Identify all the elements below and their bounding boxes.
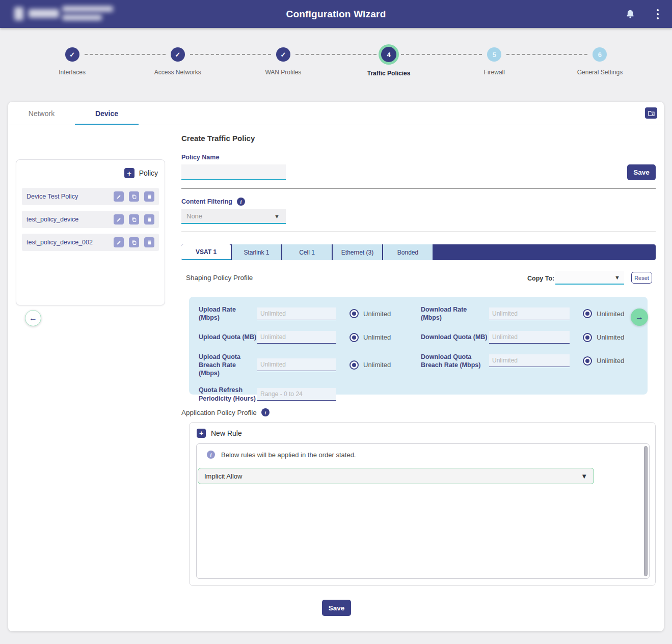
delete-trash-icon[interactable]: [144, 214, 154, 225]
kebab-menu-icon[interactable]: [655, 7, 661, 21]
arrow-left-icon: ←: [29, 314, 37, 323]
tab-device[interactable]: Device: [75, 102, 139, 125]
save-button-bottom[interactable]: Save: [322, 600, 351, 616]
policy-name: test_policy_device: [26, 216, 114, 223]
folder-icon[interactable]: [645, 107, 657, 119]
upload-quota-breach-rate-label: Upload Quota Breach Rate (Mbps): [199, 353, 257, 378]
wizard-stepper: ✓ Interfaces ✓ Access Networks ✓ WAN Pro…: [0, 28, 672, 102]
page-title: Configuration Wizard: [0, 9, 672, 20]
info-icon[interactable]: i: [261, 408, 270, 416]
copy-to-label: Copy To:: [527, 275, 554, 282]
upload-quota-unlimited-radio[interactable]: Unlimited: [350, 333, 391, 342]
next-arrow-button[interactable]: →: [631, 309, 648, 326]
rule-name: Implicit Allow: [204, 472, 581, 480]
tab-starlink-1[interactable]: Starlink 1: [232, 244, 281, 260]
plus-icon: +: [197, 429, 206, 438]
upload-rate-input[interactable]: [257, 307, 336, 320]
step-check-icon: ✓: [65, 47, 79, 62]
tab-ethernet-3[interactable]: Ethernet (3): [333, 244, 382, 260]
content-filtering-label: Content Filtering: [181, 198, 232, 205]
back-arrow-button[interactable]: ←: [25, 310, 41, 326]
save-button[interactable]: Save: [627, 164, 656, 180]
info-icon: i: [207, 451, 215, 459]
radio-selected-icon: [350, 360, 359, 370]
download-quota-breach-rate-input[interactable]: [489, 354, 570, 367]
tab-cell-1[interactable]: Cell 1: [282, 244, 332, 260]
network-device-tabs: Network Device: [8, 102, 664, 125]
download-quota-input[interactable]: [489, 331, 570, 344]
scrollbar-thumb[interactable]: [644, 446, 648, 576]
application-rules-box: + New Rule i Below rules will be applied…: [189, 422, 656, 586]
edit-pencil-icon[interactable]: [114, 237, 124, 247]
upload-quota-breach-rate-input[interactable]: [257, 358, 336, 371]
policy-name-label: Policy Name: [181, 154, 219, 161]
radio-selected-icon: [350, 333, 359, 342]
policy-list-item[interactable]: test_policy_device_002: [22, 234, 159, 251]
copy-to-select[interactable]: ▼: [555, 271, 624, 285]
rules-info-text: Below rules will be applied in the order…: [221, 451, 356, 459]
step-label: Access Networks: [154, 69, 201, 76]
content-filtering-value: None: [186, 212, 202, 220]
upload-quota-input[interactable]: [257, 331, 336, 344]
main-card: Network Device + Policy Device Test Poli…: [8, 102, 664, 631]
application-policy-profile-title: Application Policy Profile: [181, 409, 257, 416]
copy-icon[interactable]: [129, 214, 139, 225]
add-policy-button[interactable]: + Policy: [124, 168, 158, 178]
reset-button[interactable]: Reset: [631, 272, 652, 284]
step-label: General Settings: [577, 69, 623, 76]
step-access-networks[interactable]: ✓ Access Networks: [125, 46, 230, 102]
upload-rate-label: Upload Rate (Mbps): [199, 305, 257, 322]
delete-trash-icon[interactable]: [144, 237, 154, 247]
policy-name: Device Test Policy: [26, 193, 114, 200]
download-rate-input[interactable]: [489, 307, 570, 320]
edit-pencil-icon[interactable]: [114, 191, 124, 202]
content-filtering-select[interactable]: None ▼: [181, 209, 286, 224]
upload-rate-unlimited-radio[interactable]: Unlimited: [350, 309, 391, 318]
policy-list-item[interactable]: Device Test Policy: [22, 188, 159, 205]
upload-quota-breach-unlimited-radio[interactable]: Unlimited: [350, 360, 391, 370]
notifications-bell-icon[interactable]: [625, 9, 635, 19]
policy-name: test_policy_device_002: [26, 239, 114, 246]
download-rate-label: Download Rate (Mbps): [421, 305, 489, 322]
shaping-policy-profile-title: Shaping Policy Profile: [186, 274, 253, 282]
step-firewall[interactable]: 5 Firewall: [442, 46, 547, 102]
tab-network[interactable]: Network: [20, 102, 63, 125]
radio-selected-icon: [583, 356, 592, 366]
download-rate-unlimited-radio[interactable]: Unlimited: [583, 309, 624, 318]
radio-selected-icon: [583, 309, 592, 318]
tab-vsat-1[interactable]: VSAT 1: [181, 244, 231, 260]
step-general-settings[interactable]: 6 General Settings: [547, 46, 653, 102]
rule-implicit-allow[interactable]: Implicit Allow ▼: [198, 468, 594, 484]
copy-icon[interactable]: [129, 191, 139, 202]
caret-down-icon: ▼: [274, 213, 280, 219]
copy-icon[interactable]: [129, 237, 139, 247]
add-policy-label: Policy: [139, 169, 158, 177]
step-wan-profiles[interactable]: ✓ WAN Profiles: [230, 46, 336, 102]
delete-trash-icon[interactable]: [144, 191, 154, 202]
step-label: Traffic Policies: [367, 70, 411, 77]
caret-down-icon: ▼: [614, 274, 620, 281]
quota-refresh-periodicity-input[interactable]: [257, 388, 336, 401]
policy-list-panel: + Policy Device Test Policy test_policy_…: [16, 159, 165, 305]
header-actions: [625, 0, 661, 28]
edit-pencil-icon[interactable]: [114, 214, 124, 225]
tab-bonded[interactable]: Bonded: [383, 244, 433, 260]
policy-name-input[interactable]: [181, 164, 286, 180]
download-quota-unlimited-radio[interactable]: Unlimited: [583, 333, 624, 342]
divider: [181, 232, 656, 232]
step-label: WAN Profiles: [265, 69, 301, 76]
download-quota-breach-unlimited-radio[interactable]: Unlimited: [583, 356, 624, 366]
create-traffic-policy-title: Create Traffic Policy: [181, 134, 255, 143]
new-rule-button[interactable]: + New Rule: [197, 429, 242, 438]
download-quota-breach-rate-label: Download Quota Breach Rate (Mbps): [421, 353, 489, 370]
step-interfaces[interactable]: ✓ Interfaces: [19, 46, 125, 102]
plus-icon: +: [124, 168, 135, 178]
shaping-policy-panel: Upload Rate (Mbps) Unlimited Upload Quot…: [189, 297, 648, 395]
download-quota-label: Download Quota (MB): [421, 333, 489, 341]
step-number: 5: [487, 47, 501, 62]
info-icon[interactable]: i: [237, 198, 245, 206]
arrow-right-icon: →: [635, 313, 643, 322]
step-traffic-policies[interactable]: 4 Traffic Policies: [336, 46, 442, 102]
policy-list-item[interactable]: test_policy_device: [22, 211, 159, 228]
step-number: 4: [381, 47, 396, 62]
